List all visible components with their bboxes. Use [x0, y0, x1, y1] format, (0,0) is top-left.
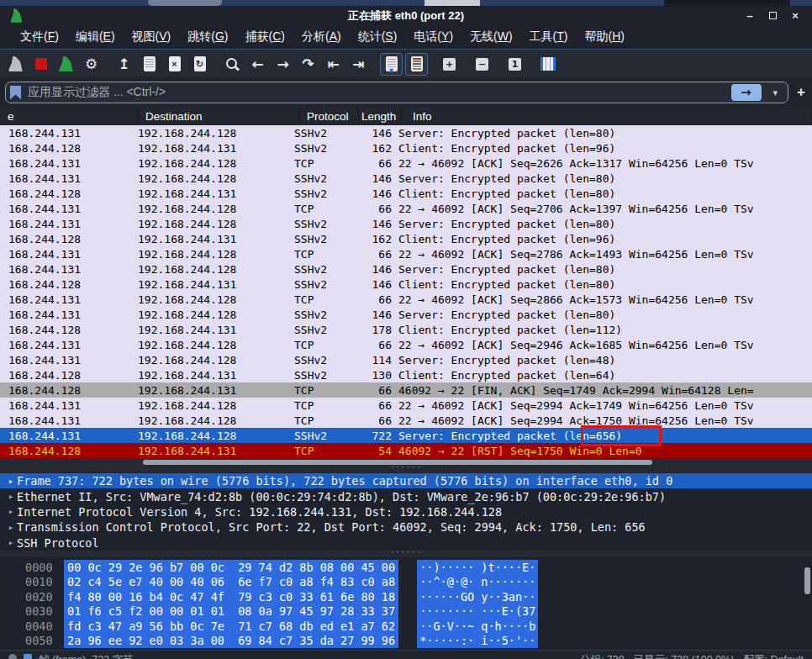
column-header-info[interactable]: Info: [402, 107, 812, 125]
packet-row[interactable]: 168.244.128192.168.244.131SSHv2162Client…: [0, 140, 812, 156]
hex-row[interactable]: 0020f4 80 00 16 b4 0c 47 4f 79 c3 c0 33 …: [0, 589, 812, 604]
detail-line[interactable]: ▸Ethernet II, Src: VMware_74:d2:8b (00:0…: [0, 488, 812, 503]
packet-row[interactable]: 168.244.131192.168.244.128TCP6622 → 4609…: [0, 413, 812, 428]
hex-bytes[interactable]: 2a 96 ee 92 e0 03 3a 00 69 84 c7 35 da 2…: [64, 633, 398, 648]
packet-row[interactable]: 168.244.131192.168.244.128TCP6622 → 4609…: [0, 337, 812, 352]
pane-splitter[interactable]: ······: [0, 551, 812, 557]
packet-row[interactable]: 168.244.128192.168.244.131SSHv2162Client…: [0, 231, 812, 246]
colorize-button[interactable]: [405, 53, 428, 76]
menu-item-telephony[interactable]: 电话(Y): [405, 27, 461, 47]
go-to-packet-button[interactable]: ↷: [297, 53, 319, 76]
packet-row[interactable]: 168.244.131192.168.244.128SSHv2146Server…: [0, 171, 812, 186]
expand-arrow-icon[interactable]: ▸: [5, 522, 17, 533]
column-header-source[interactable]: e: [0, 107, 138, 125]
packet-row[interactable]: 168.244.128192.168.244.131SSHv2146Client…: [0, 186, 812, 201]
packet-row[interactable]: 168.244.131192.168.244.128TCP6622 → 4609…: [0, 156, 812, 171]
capture-options-button[interactable]: ⚙: [80, 53, 103, 76]
packet-row[interactable]: 168.244.131192.168.244.128SSHv2114Server…: [0, 352, 812, 367]
detail-line[interactable]: ▸Transmission Control Protocol, Src Port…: [0, 519, 812, 535]
close-file-button[interactable]: ×: [163, 53, 186, 76]
column-header-protocol[interactable]: Protocol: [299, 107, 359, 125]
menu-item-tools[interactable]: 工具(T): [521, 27, 577, 47]
horizontal-scrollbar-handle[interactable]: [143, 460, 652, 465]
hex-bytes[interactable]: 01 f6 c5 f2 00 00 01 01 08 0a 97 45 97 2…: [64, 604, 398, 619]
add-filter-button[interactable]: +: [788, 84, 805, 101]
menu-item-file[interactable]: 文件(F): [12, 27, 67, 47]
menu-item-go[interactable]: 跳转(G): [179, 27, 236, 47]
hex-ascii[interactable]: ··^·@·@· n·······: [417, 574, 538, 589]
open-file-button[interactable]: ↥: [113, 53, 135, 76]
menu-item-view[interactable]: 视图(V): [124, 27, 180, 47]
hex-row[interactable]: 00502a 96 ee 92 e0 03 3a 00 69 84 c7 35 …: [0, 634, 812, 649]
maximize-button[interactable]: [764, 9, 781, 23]
expand-arrow-icon[interactable]: ▸: [5, 506, 17, 517]
hex-row[interactable]: 003001 f6 c5 f2 00 00 01 01 08 0a 97 45 …: [0, 604, 812, 619]
column-header-destination[interactable]: Destination: [138, 107, 299, 125]
pane-splitter[interactable]: ······: [0, 466, 812, 472]
hex-ascii[interactable]: ········ ···E·(37: [417, 604, 538, 619]
expand-arrow-icon[interactable]: ▸: [5, 491, 17, 502]
packet-row[interactable]: 168.244.131192.168.244.128TCP6622 → 4609…: [0, 292, 812, 307]
packet-row[interactable]: 168.244.131192.168.244.128TCP6622 → 4609…: [0, 398, 812, 413]
zoom-out-button[interactable]: −: [471, 53, 493, 76]
hex-bytes[interactable]: 02 c4 5e e7 40 00 40 06 6e f7 c0 a8 f4 8…: [64, 574, 398, 589]
detail-line[interactable]: ▸Frame 737: 722 bytes on wire (5776 bits…: [0, 473, 812, 488]
expand-arrow-icon[interactable]: ▸: [5, 537, 17, 548]
restart-capture-button[interactable]: [55, 53, 77, 76]
menu-item-edit[interactable]: 编辑(E): [67, 27, 124, 47]
packet-row[interactable]: 168.244.131192.168.244.128TCP6622 → 4609…: [0, 246, 812, 261]
menu-item-statistics[interactable]: 统计(S): [350, 27, 406, 47]
packet-row[interactable]: 168.244.131192.168.244.128SSHv2146Server…: [0, 261, 812, 277]
menu-item-wireless[interactable]: 无线(W): [461, 27, 521, 47]
packet-row[interactable]: 168.244.128192.168.244.131TCP5446092 → 2…: [0, 443, 812, 458]
hex-ascii[interactable]: *·····:· i··5·'··: [417, 633, 538, 648]
packet-row[interactable]: 168.244.128192.168.244.131SSHv2130Client…: [0, 367, 812, 382]
packet-row[interactable]: 168.244.131192.168.244.128SSHv2146Server…: [0, 307, 812, 322]
expand-arrow-icon[interactable]: ▸: [5, 476, 17, 487]
menu-item-analyze[interactable]: 分析(A): [293, 27, 350, 47]
first-packet-button[interactable]: ⇤: [322, 53, 345, 76]
menu-item-capture[interactable]: 捕获(C): [237, 27, 293, 47]
resize-columns-button[interactable]: [536, 53, 559, 76]
horizontal-scrollbar[interactable]: [0, 458, 812, 466]
packet-row[interactable]: 168.244.128192.168.244.131TCP6646092 → 2…: [0, 382, 812, 398]
stop-capture-button[interactable]: [29, 53, 52, 76]
save-file-button[interactable]: [138, 53, 161, 76]
packet-row[interactable]: 168.244.131192.168.244.128SSHv2722Server…: [0, 428, 812, 443]
filter-dropdown-caret-icon[interactable]: ▾: [768, 87, 782, 98]
close-button[interactable]: ×: [787, 9, 804, 23]
packet-row[interactable]: 168.244.128192.168.244.131SSHv2146Client…: [0, 277, 812, 292]
hex-row[interactable]: 000000 0c 29 2e 96 b7 00 0c 29 74 d2 8b …: [0, 560, 812, 575]
packet-row[interactable]: 168.244.131192.168.244.128TCP6622 → 4609…: [0, 201, 812, 216]
hex-bytes[interactable]: fd c3 47 a9 56 bb 0c 7e 71 c7 68 db ed e…: [64, 619, 398, 634]
apply-filter-button[interactable]: →: [731, 84, 762, 101]
capture-comment-icon[interactable]: [24, 654, 32, 659]
normal-size-button[interactable]: 1: [504, 53, 526, 76]
expert-info-icon[interactable]: [8, 654, 17, 659]
go-forward-button[interactable]: →: [272, 53, 294, 76]
find-packet-button[interactable]: [221, 53, 244, 76]
hex-row[interactable]: 0040fd c3 47 a9 56 bb 0c 7e 71 c7 68 db …: [0, 619, 812, 634]
hex-row[interactable]: 001002 c4 5e e7 40 00 40 06 6e f7 c0 a8 …: [0, 575, 812, 590]
hex-bytes[interactable]: 00 0c 29 2e 96 b7 00 0c 29 74 d2 8b 08 0…: [64, 560, 398, 575]
hex-ascii[interactable]: ······GO y··3an··: [417, 589, 538, 604]
last-packet-button[interactable]: ⇥: [347, 53, 370, 76]
minimize-button[interactable]: –: [741, 9, 758, 23]
display-filter-input[interactable]: 应用显示过滤器 ... <Ctrl-/> → ▾: [5, 82, 788, 103]
filter-bookmark-icon[interactable]: [10, 86, 21, 100]
packet-row[interactable]: 168.244.131192.168.244.128SSHv2146Server…: [0, 125, 812, 140]
reload-file-button[interactable]: ↻: [188, 53, 211, 76]
start-capture-button[interactable]: [4, 53, 27, 76]
hex-ascii[interactable]: ··)····· )t····E·: [417, 560, 538, 575]
hex-vertical-scrollbar-handle[interactable]: [804, 567, 810, 594]
detail-line[interactable]: ▸Internet Protocol Version 4, Src: 192.1…: [0, 504, 812, 519]
hex-bytes[interactable]: f4 80 00 16 b4 0c 47 4f 79 c3 c0 33 61 6…: [64, 589, 398, 604]
packet-row[interactable]: 168.244.131192.168.244.128SSHv2146Server…: [0, 216, 812, 231]
zoom-in-button[interactable]: +: [438, 53, 461, 76]
hex-ascii[interactable]: ··G·V··~ q·h····b: [417, 619, 538, 634]
menu-item-help[interactable]: 帮助(H): [577, 27, 633, 47]
auto-scroll-button[interactable]: [380, 53, 403, 76]
go-back-button[interactable]: ←: [246, 53, 269, 76]
column-header-length[interactable]: Length: [359, 107, 402, 125]
packet-row[interactable]: 168.244.128192.168.244.131SSHv2178Client…: [0, 322, 812, 337]
